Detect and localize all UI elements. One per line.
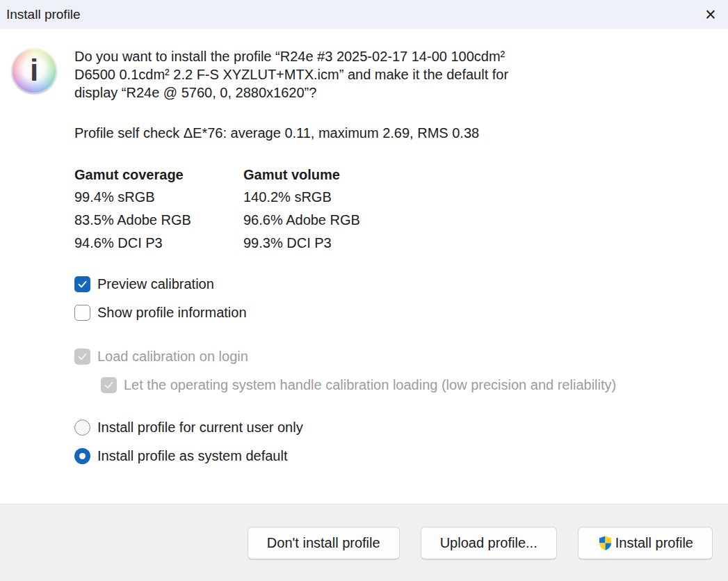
checkbox-label[interactable]: Preview calibration bbox=[97, 276, 214, 292]
gamut-volume-srgb: 140.2% sRGB bbox=[243, 186, 412, 209]
checkbox-os-handle-calibration: Let the operating system handle calibrat… bbox=[101, 377, 711, 393]
radio-selected-icon[interactable] bbox=[74, 448, 90, 464]
checkbox-show-profile-information[interactable]: Show profile information bbox=[74, 305, 711, 321]
gamut-coverage-column: Gamut coverage 99.4% sRGB 83.5% Adobe RG… bbox=[74, 164, 243, 255]
install-profile-dialog: Install profile × i Do you want to insta… bbox=[0, 0, 728, 581]
checkbox-checked-icon[interactable] bbox=[74, 276, 90, 292]
radio-dot bbox=[79, 453, 86, 459]
dialog-footer: Don't install profile Upload profile... bbox=[0, 504, 728, 581]
self-check-text: Profile self check ΔE*76: average 0.11, … bbox=[74, 125, 711, 141]
checkbox-label: Load calibration on login bbox=[97, 349, 248, 365]
close-button[interactable]: × bbox=[693, 0, 728, 29]
gamut-volume-adobergb: 96.6% Adobe RGB bbox=[243, 209, 412, 232]
radio-install-system-default[interactable]: Install profile as system default bbox=[74, 448, 711, 464]
checkbox-disabled-checked-icon bbox=[74, 349, 90, 365]
dont-install-profile-button[interactable]: Don't install profile bbox=[248, 527, 400, 559]
checkbox-load-calibration-on-login: Load calibration on login bbox=[74, 349, 711, 365]
radio-group: Install profile for current user only In… bbox=[74, 420, 711, 464]
gamut-coverage-srgb: 99.4% sRGB bbox=[74, 186, 243, 209]
gamut-volume-column: Gamut volume 140.2% sRGB 96.6% Adobe RGB… bbox=[243, 164, 412, 255]
radio-label[interactable]: Install profile as system default bbox=[97, 448, 287, 464]
dialog-body: i Do you want to install the profile “R2… bbox=[0, 29, 728, 504]
uac-shield-icon bbox=[597, 535, 613, 551]
info-icon-glyph: i bbox=[30, 55, 38, 86]
message-line: Do you want to install the profile “R24e… bbox=[74, 47, 711, 65]
checkmark-icon bbox=[76, 278, 88, 290]
checkmark-icon bbox=[103, 379, 115, 391]
disabled-checkbox-group: Load calibration on login Let the operat… bbox=[74, 349, 711, 393]
message-line: D6500 0.1cdm² 2.2 F-S XYZLUT+MTX.icm” an… bbox=[74, 65, 711, 83]
gamut-stats: Gamut coverage 99.4% sRGB 83.5% Adobe RG… bbox=[74, 164, 711, 255]
close-icon: × bbox=[705, 6, 716, 24]
titlebar: Install profile × bbox=[0, 0, 728, 29]
dialog-content: Do you want to install the profile “R24e… bbox=[74, 47, 711, 504]
gamut-coverage-header: Gamut coverage bbox=[74, 164, 243, 186]
gamut-volume-header: Gamut volume bbox=[243, 164, 412, 186]
gamut-coverage-dcip3: 94.6% DCI P3 bbox=[74, 232, 243, 255]
button-label: Install profile bbox=[615, 535, 693, 551]
upload-profile-button[interactable]: Upload profile... bbox=[421, 527, 557, 559]
gamut-volume-dcip3: 99.3% DCI P3 bbox=[243, 232, 412, 255]
radio-install-current-user[interactable]: Install profile for current user only bbox=[74, 420, 711, 436]
gamut-coverage-adobergb: 83.5% Adobe RGB bbox=[74, 209, 243, 232]
info-icon: i bbox=[12, 49, 56, 93]
checkbox-unchecked-icon[interactable] bbox=[74, 305, 90, 321]
checkmark-icon bbox=[76, 351, 88, 363]
dialog-message: Do you want to install the profile “R24e… bbox=[74, 47, 711, 102]
install-profile-button[interactable]: Install profile bbox=[578, 527, 713, 559]
checkbox-label: Let the operating system handle calibrat… bbox=[124, 377, 616, 393]
window-title: Install profile bbox=[6, 7, 81, 22]
radio-unselected-icon[interactable] bbox=[74, 420, 90, 436]
button-label: Don't install profile bbox=[267, 535, 380, 551]
checkbox-label[interactable]: Show profile information bbox=[97, 305, 247, 321]
radio-label[interactable]: Install profile for current user only bbox=[97, 420, 303, 436]
checkbox-group: Preview calibration Show profile informa… bbox=[74, 276, 711, 321]
checkbox-preview-calibration[interactable]: Preview calibration bbox=[74, 276, 711, 292]
checkbox-disabled-checked-icon bbox=[101, 377, 117, 393]
button-label: Upload profile... bbox=[440, 535, 537, 551]
message-line: display “R24e @ 5760, 0, 2880x1620”? bbox=[74, 83, 711, 102]
